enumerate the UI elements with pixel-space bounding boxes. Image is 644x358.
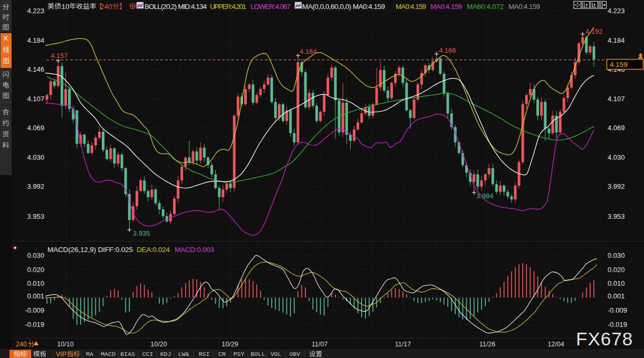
svg-text:4.107: 4.107 — [608, 95, 625, 103]
svg-text:PSY: PSY — [234, 351, 245, 357]
svg-text:0.001: 0.001 — [608, 292, 625, 300]
svg-text:LW&: LW& — [178, 351, 189, 357]
svg-text:MA0:4.159: MA0:4.159 — [430, 3, 462, 11]
svg-text:CCI: CCI — [142, 351, 153, 357]
svg-text:10/10: 10/10 — [57, 341, 73, 348]
svg-text:MA0:4.159: MA0:4.159 — [508, 3, 540, 11]
svg-text:4.223: 4.223 — [27, 7, 44, 15]
svg-text:4.157: 4.157 — [51, 52, 68, 60]
svg-text:4.184: 4.184 — [608, 36, 625, 44]
svg-text:MA60:4.072: MA60:4.072 — [467, 3, 504, 11]
svg-text:10/20: 10/20 — [150, 341, 167, 348]
svg-text:3.953: 3.953 — [27, 212, 44, 220]
svg-text:LOWER:4.067: LOWER:4.067 — [251, 3, 291, 11]
svg-text:4.107: 4.107 — [27, 95, 44, 103]
svg-text:BOLL: BOLL — [251, 351, 265, 357]
svg-text:3.984: 3.984 — [476, 192, 494, 200]
svg-text:FX678: FX678 — [576, 328, 633, 349]
svg-text:BOLL(20,2) MID:4.134: BOLL(20,2) MID:4.134 — [145, 3, 207, 11]
svg-text:4.146: 4.146 — [27, 65, 44, 73]
svg-text:240: 240 — [16, 341, 27, 348]
svg-text:4.069: 4.069 — [27, 124, 44, 132]
svg-text:11/07: 11/07 — [312, 341, 328, 348]
svg-text:CR: CR — [218, 351, 226, 357]
svg-text:0.020: 0.020 — [27, 266, 44, 274]
svg-text:4.223: 4.223 — [608, 7, 625, 15]
svg-text:11/17: 11/17 — [395, 341, 411, 348]
svg-text:10: 10 — [61, 3, 69, 11]
svg-text:11/26: 11/26 — [479, 341, 495, 348]
svg-text:RSI: RSI — [199, 351, 210, 357]
svg-text:-0.009: -0.009 — [25, 306, 44, 314]
svg-text:4.069: 4.069 — [608, 124, 625, 132]
svg-text:12/04: 12/04 — [547, 341, 564, 348]
svg-text:MACD:0.003: MACD:0.003 — [175, 246, 214, 254]
svg-text:4.030: 4.030 — [608, 153, 625, 161]
svg-text:4.166: 4.166 — [439, 46, 456, 54]
svg-text:MA: MA — [86, 351, 93, 357]
svg-text:-0.019: -0.019 — [25, 321, 44, 328]
svg-text:MA(0,0,0,60,0,0) MA0:4.159: MA(0,0,0,60,0,0) MA0:4.159 — [302, 3, 385, 11]
svg-text:UPPER:4.201: UPPER:4.201 — [210, 3, 246, 11]
svg-text:DEA:0.024: DEA:0.024 — [137, 246, 170, 254]
svg-text:BIAS: BIAS — [120, 351, 135, 357]
svg-text:3.992: 3.992 — [27, 182, 44, 190]
svg-text:3.935: 3.935 — [133, 229, 150, 237]
svg-text:-0.019: -0.019 — [608, 321, 627, 328]
svg-text:VOL: VOL — [271, 351, 282, 357]
svg-text:4.159: 4.159 — [610, 61, 628, 69]
svg-text:MA0:4.159: MA0:4.159 — [396, 3, 426, 11]
svg-text:KDJ: KDJ — [160, 351, 171, 357]
svg-text:MACD: MACD — [101, 351, 116, 357]
svg-text:4.192: 4.192 — [585, 27, 603, 35]
svg-text:4.164: 4.164 — [300, 47, 317, 55]
svg-text:OBV: OBV — [290, 351, 301, 357]
svg-text:3.953: 3.953 — [608, 212, 625, 220]
svg-text:K: K — [4, 34, 8, 42]
svg-text:4.184: 4.184 — [27, 36, 44, 44]
svg-text:3.992: 3.992 — [608, 182, 625, 190]
svg-text:0.030: 0.030 — [27, 251, 44, 259]
svg-text:-0.009: -0.009 — [608, 306, 627, 314]
svg-text:10/29: 10/29 — [222, 341, 238, 348]
svg-text:MACD(26,12,9) DIFF:0.025: MACD(26,12,9) DIFF:0.025 — [47, 246, 133, 254]
svg-text:VIP: VIP — [56, 351, 66, 358]
svg-text:4.030: 4.030 — [27, 153, 44, 161]
svg-text:240: 240 — [100, 3, 112, 11]
svg-text:0.001: 0.001 — [27, 292, 44, 300]
svg-text:0.030: 0.030 — [608, 251, 625, 259]
svg-text:0.020: 0.020 — [608, 266, 625, 274]
svg-text:0.010: 0.010 — [608, 279, 625, 287]
svg-text:0.010: 0.010 — [27, 279, 44, 287]
